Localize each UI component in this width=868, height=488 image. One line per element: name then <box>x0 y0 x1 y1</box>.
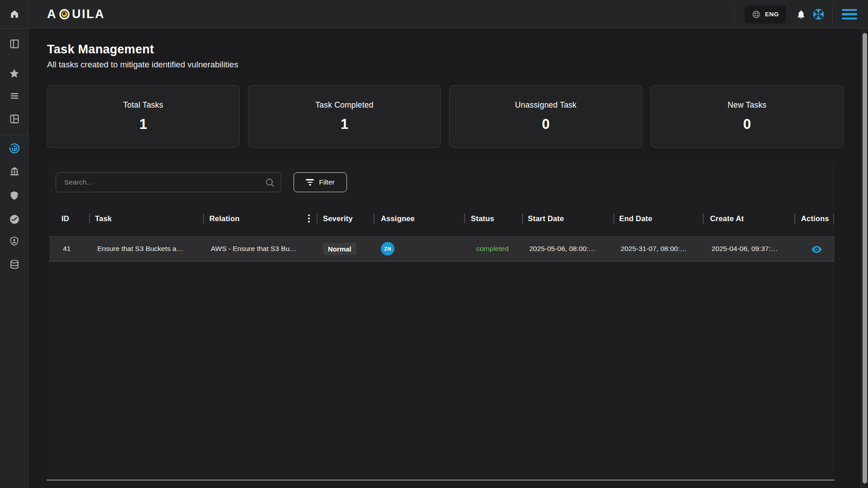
brand-logo-prefix: A <box>47 7 57 21</box>
column-divider <box>203 213 204 223</box>
cell-start-date: 2025-05-06, 08:00:… <box>529 237 596 261</box>
cell-create-at: 2025-04-06, 09:37:… <box>711 237 778 261</box>
eye-icon <box>811 243 823 256</box>
brand-logo[interactable]: A UILA <box>47 0 105 28</box>
page-subtitle: All tasks created to mitigate identified… <box>47 60 238 70</box>
bank-icon <box>9 166 20 177</box>
column-header-create-at: Create At <box>710 206 744 231</box>
column-header-end-date: End Date <box>619 206 652 231</box>
search-icon <box>265 177 275 188</box>
sidebar-item-home[interactable] <box>0 4 28 24</box>
sidebar-item-dashboard[interactable] <box>0 109 28 129</box>
stat-label: Task Completed <box>315 100 373 110</box>
cell-severity: Normal <box>323 237 356 261</box>
dashboard-grid-icon <box>9 114 20 124</box>
stat-value: 0 <box>743 116 751 133</box>
sidebar-item-database[interactable] <box>0 255 28 275</box>
column-divider <box>703 213 704 223</box>
column-header-start-date: Start Date <box>528 206 564 231</box>
hamburger-icon <box>842 9 857 11</box>
shield-icon <box>9 190 19 201</box>
language-selector[interactable]: ENG <box>745 5 786 24</box>
filter-icon <box>306 179 314 185</box>
cell-id: 41 <box>63 237 71 261</box>
header-divider-left <box>734 6 735 23</box>
language-label: ENG <box>765 11 779 18</box>
brand-eye-icon <box>58 8 71 20</box>
stat-value: 0 <box>542 116 550 133</box>
column-divider <box>89 213 90 223</box>
kebab-icon <box>308 214 310 216</box>
column-header-status: Status <box>471 206 494 231</box>
sidebar-item-layout-panel[interactable] <box>0 34 28 54</box>
column-header-actions: Actions <box>801 206 829 231</box>
left-sidebar <box>0 0 28 488</box>
column-header-relation: Relation <box>209 206 240 231</box>
home-icon <box>9 9 19 19</box>
globe-icon <box>752 10 761 19</box>
vertical-scrollbar-thumb[interactable] <box>863 33 867 483</box>
app-root: A UILA ENG <box>0 0 868 488</box>
filter-button[interactable]: Filter <box>294 172 347 192</box>
column-header-task: Task <box>95 206 112 231</box>
stat-card-task-completed: Task Completed 1 <box>248 85 441 148</box>
column-header-id: ID <box>62 206 69 231</box>
cell-assignee: ZN <box>381 237 394 261</box>
stat-label: Unassigned Task <box>515 100 577 110</box>
main-menu-button[interactable] <box>842 9 857 20</box>
notifications-button[interactable] <box>792 5 810 24</box>
column-divider <box>613 213 614 223</box>
column-header-assignee: Assignee <box>381 206 415 231</box>
cell-relation: AWS - Ensure that S3 Bu… <box>211 237 297 261</box>
sidebar-item-bank[interactable] <box>0 161 28 181</box>
stat-card-total-tasks: Total Tasks 1 <box>47 85 240 148</box>
horizontal-scrollbar[interactable] <box>47 479 835 481</box>
sidebar-item-shield[interactable] <box>0 185 28 205</box>
user-shield-icon <box>9 236 19 246</box>
stat-value: 1 <box>341 116 348 133</box>
top-header: A UILA ENG <box>0 0 868 28</box>
sidebar-item-list[interactable] <box>0 86 28 106</box>
column-divider <box>794 213 795 223</box>
cell-status: completed <box>476 237 509 261</box>
stat-value: 1 <box>139 116 147 133</box>
stat-card-unassigned-task: Unassigned Task 0 <box>449 85 642 148</box>
sidebar-item-favorites[interactable] <box>0 63 28 83</box>
assignee-avatar: ZN <box>381 242 394 256</box>
list-icon <box>9 90 20 101</box>
filter-button-label: Filter <box>319 178 334 186</box>
layout-panel-icon <box>9 38 20 49</box>
sidebar-divider <box>0 28 28 29</box>
column-divider <box>464 213 465 223</box>
gauge-icon <box>9 214 20 225</box>
table-row[interactable]: 41 Ensure that S3 Buckets a… AWS - Ensur… <box>47 236 835 261</box>
stat-label: New Tasks <box>727 100 766 110</box>
support-button[interactable] <box>810 5 827 24</box>
life-buoy-icon <box>812 8 825 20</box>
sidebar-item-gauge[interactable] <box>0 209 28 229</box>
database-icon <box>9 259 20 270</box>
cell-task: Ensure that S3 Buckets a… <box>97 237 183 261</box>
radar-icon <box>9 142 20 154</box>
view-task-button[interactable] <box>810 243 823 256</box>
stat-label: Total Tasks <box>123 100 163 110</box>
stat-card-new-tasks: New Tasks 0 <box>650 85 844 148</box>
search-input[interactable] <box>56 173 281 192</box>
sidebar-item-user-shield[interactable] <box>0 231 28 251</box>
vertical-scrollbar-track <box>861 28 868 488</box>
column-header-severity: Severity <box>323 206 353 231</box>
bell-icon <box>796 9 806 19</box>
search-box <box>56 172 281 192</box>
star-icon <box>9 68 20 79</box>
header-divider-right <box>832 6 833 23</box>
column-divider <box>833 213 834 223</box>
brand-logo-suffix: UILA <box>72 7 105 21</box>
sidebar-divider <box>0 135 28 135</box>
column-divider <box>374 213 375 223</box>
sidebar-item-radar-active[interactable] <box>0 138 28 158</box>
column-menu-button[interactable] <box>306 213 312 224</box>
header-actions: ENG <box>734 0 868 28</box>
page-title: Task Management <box>47 43 154 57</box>
column-divider <box>317 213 318 223</box>
cell-end-date: 2025-31-07, 08:00:… <box>621 237 687 261</box>
